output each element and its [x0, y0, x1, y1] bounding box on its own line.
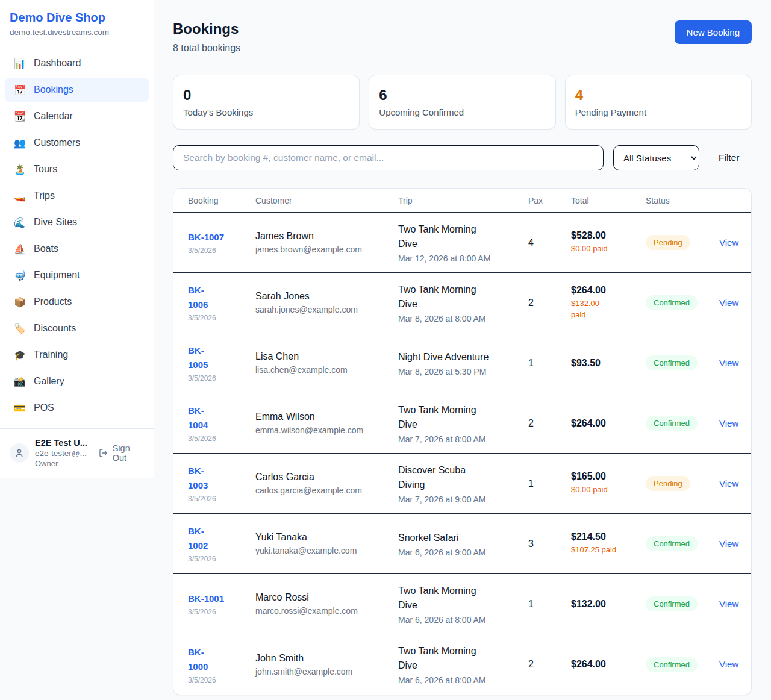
customer-email: sarah.jones@example.com: [255, 305, 398, 314]
people-icon: 👥: [13, 137, 27, 149]
stat-value: 0: [183, 87, 349, 104]
trip-name: Night Dive Adventure: [398, 350, 528, 364]
trip-datetime: Mar 8, 2026 at 5:30 PM: [398, 367, 528, 377]
sidebar-item-calendar[interactable]: 📆 Calendar: [5, 104, 149, 128]
sidebar-item-equipment[interactable]: 🤿 Equipment: [5, 263, 149, 287]
actions-cell: View: [719, 237, 738, 248]
booking-cell: BK- 1003 3/5/2026: [188, 464, 255, 503]
sidebar-item-dive-sites[interactable]: 🌊 Dive Sites: [5, 210, 149, 234]
sidebar-item-gallery[interactable]: 📸 Gallery: [5, 369, 149, 393]
sidebar-item-boats[interactable]: ⛵ Boats: [5, 237, 149, 261]
sidebar-nav: 📊 Dashboard 📅 Bookings 📆 Calendar 👥 Cust…: [0, 45, 154, 428]
pax-value: 4: [528, 237, 571, 248]
pax-value: 2: [528, 659, 571, 670]
sidebar-item-label: Training: [34, 349, 68, 360]
customer-name: Carlos Garcia: [255, 472, 398, 483]
user-name: E2E Test U...: [35, 437, 99, 448]
view-link[interactable]: View: [719, 478, 738, 489]
trip-cell: Two Tank Morning Dive Mar 8, 2026 at 8:0…: [398, 283, 528, 323]
booking-id-link[interactable]: BK- 1002: [188, 524, 255, 553]
actions-cell: View: [719, 418, 738, 429]
view-link[interactable]: View: [719, 659, 738, 669]
view-link[interactable]: View: [719, 599, 738, 609]
booking-id-link[interactable]: BK- 1006: [188, 283, 255, 312]
view-link[interactable]: View: [719, 418, 738, 428]
brand-block: Demo Dive Shop demo.test.divestreams.com: [0, 0, 154, 45]
table-row: BK- 1005 3/5/2026 Lisa Chen lisa.chen@ex…: [173, 333, 751, 393]
total-amount: $264.00: [571, 659, 646, 670]
booking-id-link[interactable]: BK- 1000: [188, 645, 255, 674]
view-link[interactable]: View: [719, 298, 738, 308]
user-info: E2E Test U... e2e-tester@... Owner: [35, 437, 99, 469]
trip-cell: Two Tank Morning Dive Mar 12, 2026 at 8:…: [398, 222, 528, 263]
sign-out-button[interactable]: Sign Out: [99, 443, 145, 463]
total-amount: $165.00: [571, 471, 646, 482]
status-badge: Pending: [646, 476, 690, 491]
col-booking: Booking: [188, 196, 255, 205]
sidebar-item-dashboard[interactable]: 📊 Dashboard: [5, 51, 149, 75]
booking-id-link[interactable]: BK- 1003: [188, 464, 255, 493]
search-input[interactable]: [173, 145, 604, 170]
customer-email: yuki.tanaka@example.com: [255, 546, 398, 555]
trip-datetime: Mar 12, 2026 at 8:00 AM: [398, 254, 528, 263]
table-row: BK- 1004 3/5/2026 Emma Wilson emma.wilso…: [173, 393, 751, 454]
booking-date: 3/5/2026: [188, 434, 255, 443]
trip-datetime: Mar 7, 2026 at 8:00 AM: [398, 434, 528, 444]
sidebar-item-label: Calendar: [34, 111, 73, 122]
sidebar-item-discounts[interactable]: 🏷️ Discounts: [5, 316, 149, 340]
table-row: BK- 1006 3/5/2026 Sarah Jones sarah.jone…: [173, 273, 751, 333]
customer-email: lisa.chen@example.com: [255, 365, 398, 375]
status-cell: Confirmed: [646, 536, 719, 551]
booking-date: 3/5/2026: [188, 314, 255, 322]
trip-name: Two Tank Morning Dive: [398, 222, 528, 251]
person-icon: [14, 448, 25, 458]
view-link[interactable]: View: [719, 358, 738, 368]
page-title: Bookings: [173, 20, 240, 37]
booking-id-link[interactable]: BK- 1004: [188, 404, 255, 433]
sidebar-item-products[interactable]: 📦 Products: [5, 290, 149, 314]
total-cell: $264.00: [571, 659, 646, 670]
sidebar-item-training[interactable]: 🎓 Training: [5, 343, 149, 367]
camera-icon: 📸: [13, 376, 27, 387]
trip-datetime: Mar 6, 2026 at 9:00 AM: [398, 548, 528, 557]
actions-cell: View: [719, 599, 738, 610]
stat-value: 4: [575, 87, 741, 104]
sidebar-item-label: Customers: [34, 137, 80, 148]
booking-id-link[interactable]: BK-1007: [188, 230, 255, 245]
paid-amount: $0.00 paid: [571, 243, 646, 255]
sidebar-item-tours[interactable]: 🏝️ Tours: [5, 157, 149, 181]
sidebar-item-trips[interactable]: 🚤 Trips: [5, 184, 149, 208]
booking-cell: BK- 1004 3/5/2026: [188, 404, 255, 443]
sidebar-item-pos[interactable]: 💳 POS: [5, 396, 149, 420]
filter-button[interactable]: Filter: [719, 152, 739, 163]
sidebar-item-label: Equipment: [34, 270, 80, 281]
total-amount: $93.50: [571, 358, 646, 369]
paid-amount: $0.00 paid: [571, 484, 646, 496]
col-customer: Customer: [255, 196, 398, 205]
user-email: e2e-tester@...: [35, 448, 99, 459]
trip-name: Two Tank Morning Dive: [398, 403, 528, 432]
trip-name: Two Tank Morning Dive: [398, 644, 528, 673]
view-link[interactable]: View: [719, 539, 738, 549]
tear-calendar-icon: 📆: [13, 111, 27, 122]
status-cell: Confirmed: [646, 355, 719, 370]
calendar-icon: 📅: [13, 84, 27, 96]
view-link[interactable]: View: [719, 237, 738, 248]
booking-id-link[interactable]: BK-1001: [188, 592, 255, 606]
new-booking-button[interactable]: New Booking: [675, 20, 752, 44]
page-subtitle: 8 total bookings: [173, 43, 240, 54]
customer-name: James Brown: [255, 231, 398, 242]
booking-cell: BK- 1005 3/5/2026: [188, 343, 255, 383]
paid-amount: $107.25 paid: [571, 545, 646, 556]
status-cell: Confirmed: [646, 657, 719, 672]
customer-email: carlos.garcia@example.com: [255, 486, 398, 495]
total-cell: $214.50 $107.25 paid: [571, 531, 646, 556]
bookings-table: Booking Customer Trip Pax Total Status B…: [173, 188, 752, 695]
sidebar-item-bookings[interactable]: 📅 Bookings: [5, 78, 149, 102]
status-select[interactable]: All Statuses: [613, 145, 699, 170]
sidebar-item-customers[interactable]: 👥 Customers: [5, 131, 149, 155]
status-cell: Confirmed: [646, 295, 719, 310]
sidebar-item-label: Dive Sites: [34, 217, 77, 228]
sidebar-item-label: Gallery: [34, 376, 64, 387]
booking-id-link[interactable]: BK- 1005: [188, 343, 255, 372]
